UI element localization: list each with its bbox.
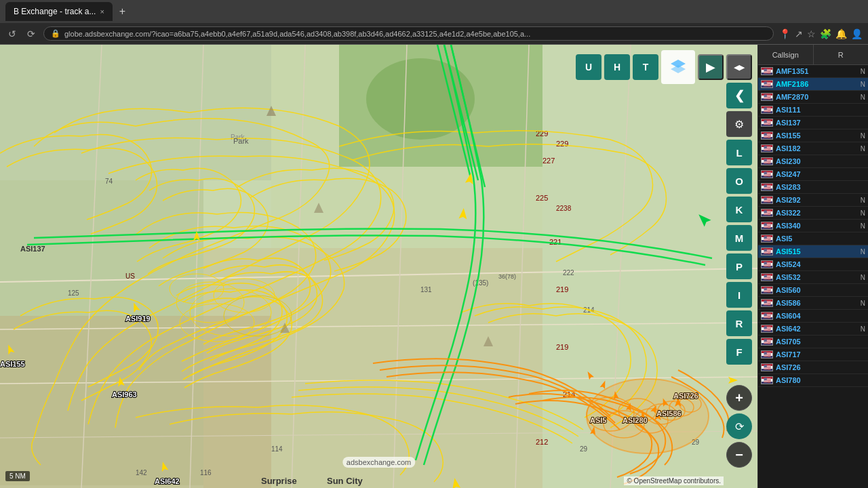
aircraft-extra: N — [861, 68, 865, 75]
svg-text:US: US — [125, 272, 135, 280]
aircraft-list-item[interactable]: 🇺🇸ASI5 — [758, 232, 868, 245]
aircraft-list-item[interactable]: 🇺🇸AMF2186N — [758, 78, 868, 91]
layer-button[interactable] — [661, 50, 695, 84]
aircraft-list-item[interactable]: 🇺🇸ASI247 — [758, 168, 868, 181]
svg-marker-77 — [675, 397, 682, 407]
aircraft-list-item[interactable]: 🇺🇸ASI726 — [758, 361, 868, 374]
aircraft-list-item[interactable]: 🇺🇸ASI340N — [758, 220, 868, 232]
aircraft-callsign: ASI340 — [776, 222, 858, 230]
aircraft-list-item[interactable]: 🇺🇸ASI717 — [758, 348, 868, 361]
zoom-in-button[interactable]: + — [726, 385, 752, 411]
flag-us: 🇺🇸 — [761, 350, 773, 359]
aircraft-list-item[interactable]: 🇺🇸ASI705 — [758, 336, 868, 348]
svg-marker-78 — [654, 411, 661, 420]
extensions-icon[interactable]: 🧩 — [820, 28, 831, 39]
flag-us: 🇺🇸 — [761, 260, 773, 268]
map-container[interactable]: 229 229 227 225 221 219 219 214 212 US 7… — [0, 45, 757, 488]
aircraft-list-item[interactable]: 🇺🇸ASI111 — [758, 104, 868, 117]
btn-r[interactable]: R — [726, 310, 752, 336]
active-tab[interactable]: B Exchange - track a... × — [5, 2, 113, 21]
back-button[interactable]: ↺ — [5, 27, 19, 41]
aircraft-list-item[interactable]: 🇺🇸AMF1351N — [758, 65, 868, 78]
aircraft-callsign: ASI247 — [776, 170, 865, 178]
aircraft-list-item[interactable]: 🇺🇸ASI524 — [758, 258, 868, 271]
svg-text:Park: Park — [231, 134, 245, 141]
flag-us: 🇺🇸 — [761, 235, 773, 243]
url-box[interactable]: 🔒 globe.adsbexchange.com/?icao=a6ba75,a4… — [43, 26, 774, 41]
flag-us: 🇺🇸 — [761, 170, 773, 178]
svg-text:29: 29 — [692, 439, 700, 446]
left-side-buttons: ❮ ⚙ L O K M P I R F — [726, 83, 752, 365]
btn-i[interactable]: I — [726, 282, 752, 308]
back-nav-button[interactable]: ❮ — [726, 83, 752, 108]
svg-point-55 — [646, 404, 676, 424]
url-text: globe.adsbexchange.com/?icao=a6ba75,a4eb… — [64, 30, 530, 38]
aircraft-list-item[interactable]: 🇺🇸ASI230 — [758, 155, 868, 168]
settings-button[interactable]: ⚙ — [726, 111, 752, 137]
btn-h[interactable]: H — [604, 54, 630, 80]
svg-marker-73 — [639, 411, 646, 420]
svg-rect-6 — [203, 248, 542, 488]
main-area: 229 229 227 225 221 219 219 214 212 US 7… — [0, 45, 868, 488]
btn-k[interactable]: K — [726, 197, 752, 222]
aircraft-callsign: ASI137 — [776, 119, 865, 127]
aircraft-list-item[interactable]: 🇺🇸AMF2870N — [758, 91, 868, 104]
aircraft-list-item[interactable]: 🇺🇸ASI137 — [758, 117, 868, 129]
svg-text:2238: 2238 — [556, 205, 572, 212]
aircraft-list-item[interactable]: 🇺🇸ASI182N — [758, 142, 868, 155]
aircraft-list-item[interactable]: 🇺🇸ASI283 — [758, 181, 868, 194]
svg-text:229: 229 — [556, 140, 568, 148]
tab-close-button[interactable]: × — [100, 7, 104, 16]
btn-o[interactable]: O — [726, 168, 752, 194]
aircraft-extra: N — [861, 209, 865, 217]
aircraft-list-item[interactable]: 🇺🇸ASI604 — [758, 310, 868, 323]
zoom-out-button[interactable]: − — [726, 442, 752, 468]
btn-m[interactable]: M — [726, 225, 752, 251]
btn-l[interactable]: L — [726, 140, 752, 165]
flag-us: 🇺🇸 — [761, 312, 773, 320]
bookmark-icon[interactable]: ☆ — [807, 28, 816, 39]
btn-p[interactable]: P — [726, 253, 752, 279]
sidebar: Callsign R 🇺🇸AMF1351N🇺🇸AMF2186N🇺🇸AMF2870… — [757, 45, 868, 488]
svg-text:ASI726: ASI726 — [673, 392, 698, 400]
aircraft-list-item[interactable]: 🇺🇸ASI515N — [758, 245, 868, 258]
svg-marker-71 — [612, 390, 619, 399]
aircraft-cluster5 — [639, 411, 646, 420]
aircraft-list-item[interactable]: 🇺🇸ASI586N — [758, 297, 868, 310]
aircraft-list-item[interactable]: 🇺🇸ASI322N — [758, 207, 868, 220]
svg-line-15 — [393, 45, 407, 488]
nav-side-button[interactable]: ◀▶ — [726, 54, 752, 80]
svg-point-54 — [634, 409, 668, 433]
flag-us: 🇺🇸 — [761, 93, 773, 101]
adsbx-logo[interactable]: adsbexchange.com — [342, 457, 415, 468]
aircraft-list-item[interactable]: 🇺🇸ASI532N — [758, 271, 868, 284]
aircraft-callsign: AMF2186 — [776, 80, 858, 88]
btn-f[interactable]: F — [726, 339, 752, 365]
svg-point-56 — [658, 401, 685, 420]
svg-marker-64 — [465, 172, 475, 184]
nav-forward-button[interactable]: ▶ — [698, 54, 724, 80]
location-icon[interactable]: 📍 — [779, 28, 791, 39]
profile-icon[interactable]: 👤 — [851, 28, 863, 39]
new-tab-button[interactable]: + — [115, 4, 130, 19]
flag-us: 🇺🇸 — [761, 183, 773, 191]
share-icon[interactable]: ↗ — [795, 28, 803, 39]
svg-text:212: 212 — [536, 438, 548, 446]
svg-marker-65 — [458, 208, 467, 220]
aircraft-list-item[interactable]: 🇺🇸ASI155N — [758, 129, 868, 142]
svg-text:214: 214 — [583, 306, 595, 314]
notifications-icon[interactable]: 🔔 — [835, 28, 847, 39]
aircraft-list-item[interactable]: 🇺🇸ASI560 — [758, 284, 868, 297]
aircraft-extra: N — [861, 274, 865, 281]
flag-us: 🇺🇸 — [761, 273, 773, 281]
replay-button[interactable]: ⟳ — [726, 413, 752, 439]
aircraft-list-item[interactable]: 🇺🇸ASI780 — [758, 374, 868, 387]
btn-u[interactable]: U — [576, 54, 601, 80]
aircraft-list-item[interactable]: 🇺🇸ASI642N — [758, 323, 868, 336]
flag-us: 🇺🇸 — [761, 67, 773, 75]
reload-button[interactable]: ⟳ — [24, 27, 38, 41]
btn-t[interactable]: T — [633, 54, 658, 80]
aircraft-callsign: ASI111 — [776, 106, 865, 114]
aircraft-list-item[interactable]: 🇺🇸ASI292N — [758, 194, 868, 207]
aircraft-extra: N — [861, 325, 865, 333]
